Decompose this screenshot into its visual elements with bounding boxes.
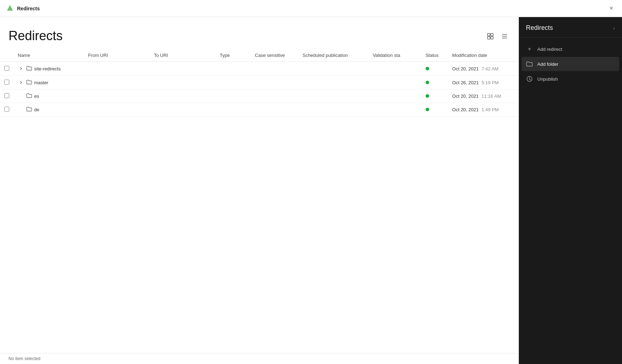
row-name-cell: site-redirects bbox=[18, 65, 79, 72]
row-to-uri bbox=[150, 76, 216, 90]
status-dot-active bbox=[426, 94, 429, 98]
close-button[interactable]: × bbox=[606, 4, 616, 14]
panel-chevron-icon: › bbox=[613, 25, 615, 31]
row-modification-date: Oct 20, 20211:49 PM bbox=[448, 103, 519, 117]
table-row[interactable]: deOct 20, 20211:49 PM bbox=[0, 103, 519, 117]
row-scheduled-publication bbox=[298, 103, 368, 117]
content-header: Redirects bbox=[0, 17, 519, 49]
status-text: No item selected bbox=[9, 356, 40, 361]
header-actions bbox=[485, 31, 510, 43]
grid-view-icon bbox=[487, 33, 494, 39]
main-layout: Redirects bbox=[0, 17, 622, 364]
add-folder-action[interactable]: Add folder bbox=[522, 57, 619, 71]
modification-time-value: 7:42 AM bbox=[481, 66, 499, 71]
row-validation-status bbox=[369, 90, 421, 103]
row-to-uri bbox=[150, 90, 216, 103]
folder-add-icon bbox=[526, 60, 533, 68]
app-logo: Redirects bbox=[6, 4, 40, 13]
data-table-container: Name From URI To URI Type Case sensitive… bbox=[0, 49, 519, 353]
row-from-uri bbox=[84, 62, 149, 76]
row-status bbox=[421, 90, 448, 103]
row-type bbox=[216, 90, 251, 103]
row-name: site-redirects bbox=[34, 66, 60, 71]
add-redirect-action[interactable]: + Add redirect bbox=[522, 42, 619, 56]
row-modification-date: Oct 26, 20215:19 PM bbox=[448, 76, 519, 90]
unpublish-label: Unpublish bbox=[537, 76, 558, 82]
modification-time-value: 5:19 PM bbox=[481, 80, 499, 85]
page-title: Redirects bbox=[9, 28, 63, 43]
row-validation-status bbox=[369, 76, 421, 90]
row-name-cell: master bbox=[18, 79, 79, 86]
row-name: master bbox=[34, 80, 48, 85]
col-header-modification-date: Modification date bbox=[448, 49, 519, 62]
plus-icon: + bbox=[526, 46, 533, 53]
close-icon: × bbox=[610, 5, 613, 12]
right-panel-collapse-button[interactable]: › bbox=[613, 25, 615, 31]
col-header-to-uri: To URI bbox=[150, 49, 216, 62]
row-modification-date: Oct 20, 20217:42 AM bbox=[448, 62, 519, 76]
table-row[interactable]: masterOct 26, 20215:19 PM bbox=[0, 76, 519, 90]
row-validation-status bbox=[369, 103, 421, 117]
row-checkbox[interactable] bbox=[4, 66, 9, 71]
unpublish-action[interactable]: Unpublish bbox=[522, 72, 619, 86]
row-scheduled-publication bbox=[298, 62, 368, 76]
table-header: Name From URI To URI Type Case sensitive… bbox=[0, 49, 519, 62]
col-header-status: Status bbox=[421, 49, 448, 62]
table-body: site-redirectsOct 20, 20217:42 AMmasterO… bbox=[0, 62, 519, 117]
row-type bbox=[216, 103, 251, 117]
svg-rect-5 bbox=[491, 37, 493, 39]
row-to-uri bbox=[150, 103, 216, 117]
svg-line-11 bbox=[529, 79, 531, 80]
modification-time-value: 1:49 PM bbox=[481, 107, 499, 112]
add-redirect-label: Add redirect bbox=[537, 47, 562, 52]
col-header-scheduled-publication: Scheduled publication bbox=[298, 49, 368, 62]
folder-icon bbox=[26, 66, 32, 72]
table-row[interactable]: site-redirectsOct 20, 20217:42 AM bbox=[0, 62, 519, 76]
unpublish-icon bbox=[526, 75, 533, 82]
status-dot-active bbox=[426, 81, 429, 84]
modification-date-value: Oct 26, 2021 bbox=[452, 80, 479, 85]
modification-date-value: Oct 20, 2021 bbox=[452, 66, 479, 71]
expand-row-button[interactable] bbox=[18, 65, 24, 72]
row-type bbox=[216, 76, 251, 90]
grid-view-button[interactable] bbox=[485, 31, 496, 42]
row-from-uri bbox=[84, 103, 149, 117]
modification-date-value: Oct 20, 2021 bbox=[452, 93, 479, 99]
add-folder-label: Add folder bbox=[537, 61, 558, 67]
row-from-uri bbox=[84, 76, 149, 90]
row-name-cell: de bbox=[18, 107, 79, 113]
row-checkbox[interactable] bbox=[4, 80, 9, 85]
row-case-sensitive bbox=[251, 103, 298, 117]
status-bar: No item selected bbox=[0, 353, 519, 364]
row-checkbox[interactable] bbox=[4, 93, 9, 98]
svg-rect-4 bbox=[487, 37, 490, 39]
list-view-button[interactable] bbox=[499, 31, 510, 42]
svg-rect-2 bbox=[487, 33, 490, 36]
row-scheduled-publication bbox=[298, 76, 368, 90]
app-logo-icon bbox=[6, 4, 14, 13]
col-header-validation-status: Validation sta bbox=[369, 49, 421, 62]
row-case-sensitive bbox=[251, 62, 298, 76]
modification-time-value: 11:16 AM bbox=[481, 93, 501, 99]
col-header-checkbox bbox=[0, 49, 14, 62]
top-bar: Redirects × bbox=[0, 0, 622, 17]
row-validation-status bbox=[369, 62, 421, 76]
folder-icon bbox=[26, 80, 32, 86]
row-to-uri bbox=[150, 62, 216, 76]
row-modification-date: Oct 20, 202111:16 AM bbox=[448, 90, 519, 103]
col-header-name: Name bbox=[14, 49, 84, 62]
app-title: Redirects bbox=[17, 6, 40, 11]
folder-icon bbox=[26, 93, 32, 99]
row-case-sensitive bbox=[251, 76, 298, 90]
right-panel-header: Redirects › bbox=[519, 17, 622, 38]
row-checkbox[interactable] bbox=[4, 107, 9, 112]
modification-date-value: Oct 20, 2021 bbox=[452, 107, 479, 112]
table-row[interactable]: esOct 20, 202111:16 AM bbox=[0, 90, 519, 103]
expand-row-button[interactable] bbox=[18, 79, 24, 86]
content-area: Redirects bbox=[0, 17, 519, 364]
row-name: de bbox=[34, 107, 39, 112]
col-header-case-sensitive: Case sensitive bbox=[251, 49, 298, 62]
row-name: es bbox=[34, 93, 39, 99]
row-status bbox=[421, 76, 448, 90]
row-status bbox=[421, 103, 448, 117]
